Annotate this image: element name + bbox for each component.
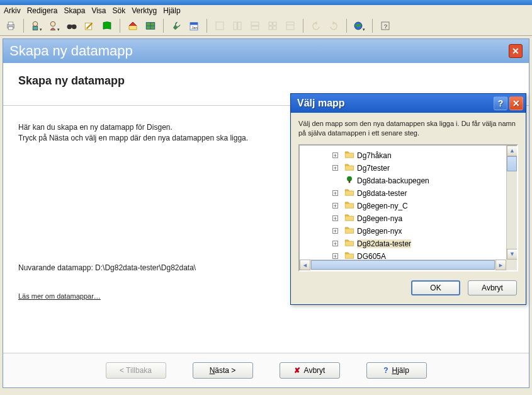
help-icon[interactable]: ? bbox=[378, 19, 392, 33]
person-female-icon[interactable]: ▾ bbox=[47, 19, 61, 33]
expand-icon[interactable]: + bbox=[332, 165, 338, 171]
tree-item[interactable]: +Dg8data-backupegen bbox=[302, 175, 514, 187]
tree-item-label: Dg8egen-nya bbox=[357, 214, 402, 223]
read-more-link[interactable]: Läs mer om datamappar… bbox=[18, 292, 101, 300]
menu-visa[interactable]: Visa bbox=[91, 6, 106, 15]
menu-verktyg[interactable]: Verktyg bbox=[132, 6, 157, 15]
globe-icon[interactable]: ▾ bbox=[353, 19, 366, 33]
tree-item[interactable]: +Dg7tester bbox=[302, 162, 514, 175]
tree-item-label: Dg8data-backupegen bbox=[357, 176, 429, 185]
wrench-icon[interactable] bbox=[169, 19, 183, 33]
svg-text:?: ? bbox=[384, 23, 388, 30]
folder-tree: +Dg7håkan+Dg7tester+Dg8data-backupegen+D… bbox=[298, 144, 518, 272]
tree-item-label: Dg8data-tester bbox=[357, 189, 407, 198]
print-icon[interactable] bbox=[4, 19, 18, 33]
svg-rect-20 bbox=[269, 22, 272, 25]
svg-rect-15 bbox=[216, 22, 224, 30]
book-icon[interactable] bbox=[100, 19, 114, 33]
svg-rect-17 bbox=[238, 22, 241, 30]
svg-rect-13 bbox=[190, 23, 198, 25]
svg-rect-8 bbox=[71, 25, 74, 27]
world-map-icon[interactable] bbox=[144, 19, 157, 33]
layout1-icon[interactable] bbox=[213, 19, 227, 33]
close-icon[interactable]: ✕ bbox=[509, 44, 523, 58]
dialog-help-icon[interactable]: ? bbox=[494, 96, 507, 110]
tree-item-label: Dg8egen-ny_C bbox=[357, 202, 408, 210]
home-icon[interactable] bbox=[126, 19, 140, 33]
toolbar: ▾ ▾ Jan ▾ ? bbox=[0, 16, 532, 36]
menu-skapa[interactable]: Skapa bbox=[64, 6, 85, 15]
layout2-icon[interactable] bbox=[230, 19, 244, 33]
menu-redigera[interactable]: Redigera bbox=[27, 6, 58, 15]
expand-icon[interactable]: + bbox=[332, 190, 338, 196]
back-button: < Tillbaka bbox=[106, 362, 166, 379]
menubar: Arkiv Redigera Skapa Visa Sök Verktyg Hj… bbox=[0, 5, 532, 16]
expand-icon[interactable]: + bbox=[332, 203, 338, 209]
undo-icon[interactable] bbox=[309, 19, 323, 33]
tree-item[interactable]: +Dg8egen-nya bbox=[302, 212, 514, 225]
tree-item-label: Dg7håkan bbox=[357, 151, 392, 160]
tree-item[interactable]: +Dg8data-tester bbox=[302, 187, 514, 200]
person-male-icon[interactable]: ▾ bbox=[30, 19, 43, 33]
expand-icon[interactable]: + bbox=[332, 228, 338, 234]
app-titlebar bbox=[0, 0, 532, 5]
dialog-title: Välj mapp bbox=[297, 98, 345, 109]
scroll-left-icon[interactable]: ◄ bbox=[300, 260, 310, 270]
svg-rect-30 bbox=[349, 181, 351, 183]
folder-icon bbox=[344, 238, 354, 249]
folder-icon bbox=[344, 188, 354, 198]
pencil-note-icon[interactable] bbox=[82, 19, 96, 33]
folder-icon bbox=[344, 200, 354, 211]
layout4-icon[interactable] bbox=[266, 19, 280, 33]
wizard-heading: Skapa ny datamapp bbox=[18, 74, 514, 88]
binoculars-icon[interactable] bbox=[65, 19, 79, 33]
tree-item-label: Dg8egen-nyx bbox=[357, 227, 402, 236]
tree-item[interactable]: +Dg7håkan bbox=[302, 149, 514, 162]
help-button[interactable]: ?Hjälp bbox=[366, 362, 427, 379]
expand-icon[interactable]: + bbox=[332, 253, 338, 259]
cancel-button[interactable]: ✘Avbryt bbox=[280, 362, 340, 379]
tree-item[interactable]: +Dg8egen-nyx bbox=[302, 225, 514, 238]
expand-icon[interactable]: + bbox=[332, 241, 338, 246]
tree-item[interactable]: +Dg82data-tester bbox=[302, 238, 514, 250]
svg-rect-24 bbox=[286, 22, 294, 30]
scroll-right-icon[interactable]: ► bbox=[495, 260, 506, 270]
folder-icon bbox=[344, 226, 354, 236]
tree-item[interactable]: +Dg8egen-ny_C bbox=[302, 200, 514, 212]
next-button[interactable]: Nästa > bbox=[193, 362, 253, 379]
svg-rect-18 bbox=[251, 22, 259, 25]
dialog-close-icon[interactable]: ✕ bbox=[509, 96, 523, 110]
svg-rect-4 bbox=[33, 26, 38, 30]
tree-item-label: Dg7tester bbox=[357, 164, 390, 173]
layout3-icon[interactable] bbox=[248, 19, 262, 33]
vertical-scrollbar[interactable]: ▲ ▼ bbox=[506, 146, 517, 260]
expand-icon[interactable]: + bbox=[332, 215, 338, 221]
svg-point-5 bbox=[50, 21, 55, 26]
svg-rect-22 bbox=[269, 26, 272, 30]
folder-icon bbox=[344, 163, 354, 173]
svg-text:Jan: Jan bbox=[191, 26, 198, 30]
tree-icon bbox=[344, 175, 354, 186]
folder-icon bbox=[344, 150, 354, 161]
scroll-thumb[interactable] bbox=[507, 156, 517, 171]
layout5-icon[interactable] bbox=[283, 19, 297, 33]
dialog-cancel-button[interactable]: Avbryt bbox=[468, 280, 517, 295]
horizontal-scrollbar[interactable]: ◄ ► bbox=[300, 260, 506, 270]
menu-hjalp[interactable]: Hjälp bbox=[163, 6, 180, 15]
wizard-title: Skapa ny datamapp bbox=[9, 43, 133, 59]
menu-sok[interactable]: Sök bbox=[113, 6, 126, 15]
svg-rect-19 bbox=[251, 26, 259, 30]
menu-arkiv[interactable]: Arkiv bbox=[4, 6, 21, 15]
ok-button[interactable]: OK bbox=[411, 280, 460, 295]
expand-icon[interactable]: + bbox=[332, 152, 338, 158]
calendar-icon[interactable]: Jan bbox=[187, 19, 201, 33]
tree-item-label: Dg82data-tester bbox=[357, 239, 411, 248]
scroll-up-icon[interactable]: ▲ bbox=[507, 146, 517, 156]
svg-rect-23 bbox=[273, 26, 276, 30]
scroll-down-icon[interactable]: ▼ bbox=[507, 249, 517, 260]
redo-icon[interactable] bbox=[327, 19, 341, 33]
hscroll-thumb[interactable] bbox=[311, 260, 495, 270]
dialog-text: Välj den mapp som den nya datamappen ska… bbox=[298, 119, 518, 138]
svg-rect-21 bbox=[273, 22, 276, 25]
svg-rect-2 bbox=[8, 27, 13, 30]
